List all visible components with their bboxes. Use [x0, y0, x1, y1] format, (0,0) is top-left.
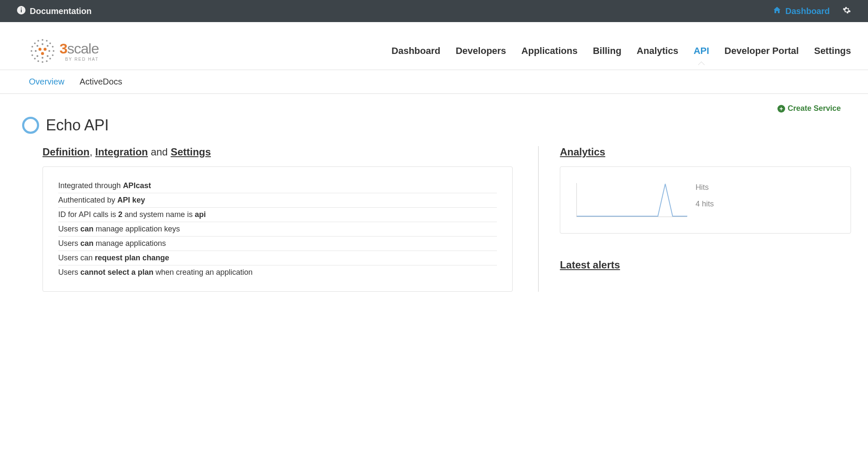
topbar: Documentation Dashboard	[0, 0, 868, 22]
api-title: Echo API	[46, 116, 109, 134]
documentation-link[interactable]: Documentation	[17, 6, 92, 17]
logo-text: 3scale BY RED HAT	[60, 40, 99, 62]
svg-point-16	[37, 60, 39, 62]
plus-circle-icon: +	[777, 105, 785, 113]
svg-point-12	[31, 54, 33, 56]
logo-byline: BY RED HAT	[60, 57, 99, 62]
svg-point-5	[46, 40, 48, 42]
def-row: Authenticated by API key	[58, 193, 497, 208]
svg-point-24	[37, 55, 38, 57]
info-icon	[17, 6, 26, 17]
svg-point-10	[31, 50, 32, 52]
settings-gear-icon[interactable]	[842, 6, 851, 16]
svg-point-3	[42, 39, 43, 41]
create-service-button[interactable]: + Create Service	[777, 104, 841, 113]
svg-rect-1	[21, 9, 22, 12]
svg-point-13	[52, 54, 54, 56]
create-service-row: + Create Service	[43, 104, 851, 113]
column-right: Analytics Hits 4 hits Latest alerts	[538, 146, 851, 292]
subnav-overview[interactable]: Overview	[29, 77, 64, 87]
svg-point-17	[46, 60, 48, 62]
nav-developers[interactable]: Developers	[456, 42, 506, 60]
chart-metric-label: Hits	[695, 183, 714, 192]
header: 3scale BY RED HAT Dashboard Developers A…	[0, 22, 868, 70]
create-service-label: Create Service	[788, 104, 841, 113]
svg-rect-2	[21, 8, 22, 8]
logo[interactable]: 3scale BY RED HAT	[29, 37, 99, 65]
definition-link[interactable]: Definition	[43, 146, 90, 158]
svg-point-15	[49, 58, 51, 59]
svg-point-26	[42, 57, 43, 59]
content: + Create Service Echo API Definition, In…	[0, 94, 868, 309]
nav-applications[interactable]: Applications	[522, 42, 578, 60]
definition-list: Integrated through APIcast Authenticated…	[58, 179, 497, 279]
api-title-row: Echo API	[43, 116, 851, 134]
svg-point-7	[49, 42, 51, 44]
svg-point-21	[47, 45, 48, 47]
nav-dashboard[interactable]: Dashboard	[391, 42, 440, 60]
nav-developer-portal[interactable]: Developer Portal	[724, 42, 799, 60]
def-row: Users cannot select a plan when creating…	[58, 265, 497, 279]
def-row: Integrated through APIcast	[58, 179, 497, 193]
svg-point-11	[53, 50, 54, 52]
integration-link[interactable]: Integration	[95, 146, 148, 158]
svg-point-27	[39, 48, 42, 51]
hits-chart	[576, 183, 687, 217]
svg-point-9	[52, 46, 54, 48]
subnav-activedocs[interactable]: ActiveDocs	[79, 77, 122, 87]
svg-point-6	[34, 42, 36, 44]
home-icon	[773, 6, 781, 17]
dashboard-link[interactable]: Dashboard	[773, 6, 830, 17]
definition-heading: Definition, Integration and Settings	[43, 146, 513, 158]
documentation-label: Documentation	[30, 6, 92, 16]
def-row: Users can manage application keys	[58, 222, 497, 237]
sub-nav: Overview ActiveDocs	[0, 70, 868, 94]
two-column-layout: Definition, Integration and Settings Int…	[43, 146, 851, 292]
nav-billing[interactable]: Billing	[593, 42, 621, 60]
svg-point-19	[42, 43, 43, 45]
chart-labels: Hits 4 hits	[695, 183, 714, 209]
settings-link[interactable]: Settings	[170, 146, 211, 158]
dashboard-label: Dashboard	[786, 6, 830, 16]
main-nav: Dashboard Developers Applications Billin…	[391, 42, 851, 60]
def-row: ID for API calls is 2 and system name is…	[58, 208, 497, 222]
nav-analytics[interactable]: Analytics	[637, 42, 678, 60]
def-row: Users can request plan change	[58, 251, 497, 265]
status-ring-icon	[22, 117, 39, 134]
topbar-right: Dashboard	[773, 6, 851, 17]
svg-point-25	[47, 55, 48, 57]
svg-point-18	[42, 61, 43, 63]
def-row: Users can manage applications	[58, 237, 497, 251]
svg-point-22	[35, 50, 37, 52]
nav-settings[interactable]: Settings	[814, 42, 851, 60]
analytics-heading[interactable]: Analytics	[560, 146, 851, 158]
svg-point-4	[37, 40, 39, 42]
logo-mark-icon	[29, 37, 56, 65]
svg-point-28	[44, 48, 47, 51]
svg-point-29	[41, 52, 44, 55]
latest-alerts-heading[interactable]: Latest alerts	[560, 259, 851, 271]
svg-point-20	[37, 45, 38, 47]
column-left: Definition, Integration and Settings Int…	[43, 146, 513, 292]
chart-metric-value: 4 hits	[695, 200, 714, 209]
svg-point-14	[34, 58, 36, 59]
svg-point-23	[48, 50, 50, 52]
definition-box: Integrated through APIcast Authenticated…	[43, 166, 513, 292]
logo-brand: 3scale	[60, 40, 99, 57]
nav-api[interactable]: API	[694, 42, 709, 60]
analytics-box: Hits 4 hits	[560, 166, 851, 234]
svg-point-8	[31, 46, 33, 48]
